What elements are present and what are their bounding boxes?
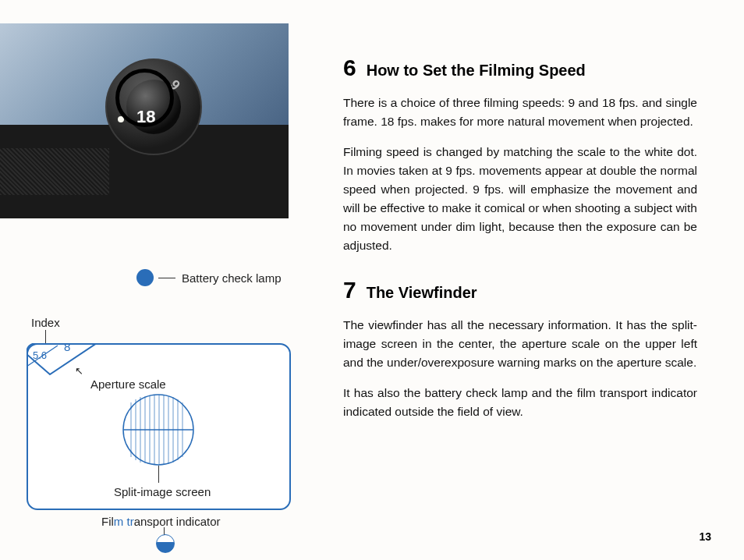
- film-label-post: ansport indicator: [134, 515, 221, 528]
- left-column: 18 9 Battery check lamp Index 5.6 8 ↖: [0, 16, 328, 544]
- section-6-para-1: There is a choice of three filming speed…: [343, 94, 697, 131]
- battery-lamp-icon: [136, 269, 154, 286]
- right-column: 6 How to Set the Filming Speed There is …: [328, 16, 721, 544]
- split-leader-line: [158, 466, 159, 483]
- battery-check-callout: Battery check lamp: [136, 269, 282, 286]
- index-leader-line: [45, 330, 46, 344]
- film-transport-label: Film transport indicator: [101, 515, 221, 528]
- film-transport-indicator-icon: [156, 534, 175, 553]
- section-7-para-2: It has also the battery check lamp and t…: [343, 384, 697, 421]
- index-label: Index: [31, 316, 60, 329]
- film-label-pre: Fil: [101, 515, 114, 528]
- split-image-label: Split-image screen: [114, 485, 211, 498]
- section-6-para-2: Filming speed is changed by matching the…: [343, 143, 697, 255]
- section-number: 7: [343, 277, 356, 303]
- manual-page: 18 9 Battery check lamp Index 5.6 8 ↖: [0, 0, 744, 560]
- highlight-circle-icon: [115, 69, 174, 127]
- camera-leather: [0, 148, 109, 195]
- section-7-para-1: The viewfinder has all the necessary inf…: [343, 316, 697, 372]
- section-title: The Viewfinder: [367, 284, 477, 302]
- aperture-arrow-icon: ↖: [75, 365, 83, 377]
- aperture-scale-label: Aperture scale: [90, 377, 166, 391]
- aperture-scale-corner: 5.6 8: [27, 343, 97, 382]
- section-title: How to Set the Filming Speed: [367, 62, 586, 80]
- section-7: 7 The Viewfinder The viewfinder has all …: [343, 277, 697, 421]
- film-indicator-dot: [156, 534, 175, 553]
- section-6-heading: 6 How to Set the Filming Speed: [343, 55, 697, 81]
- film-label-mid: m tr: [114, 515, 134, 528]
- section-number: 6: [343, 55, 356, 81]
- section-7-heading: 7 The Viewfinder: [343, 277, 697, 303]
- aperture-value-5-6: 5.6: [33, 349, 47, 361]
- split-image-screen-icon: [122, 393, 195, 466]
- aperture-value-8: 8: [64, 343, 70, 353]
- battery-check-label: Battery check lamp: [182, 271, 282, 285]
- leader-line: [158, 278, 175, 278]
- section-6: 6 How to Set the Filming Speed There is …: [343, 55, 697, 255]
- page-number: 13: [699, 530, 711, 543]
- viewfinder-diagram: 5.6 8 ↖ Aperture scale Split-image scree…: [27, 343, 291, 510]
- camera-photo: 18 9: [0, 23, 289, 218]
